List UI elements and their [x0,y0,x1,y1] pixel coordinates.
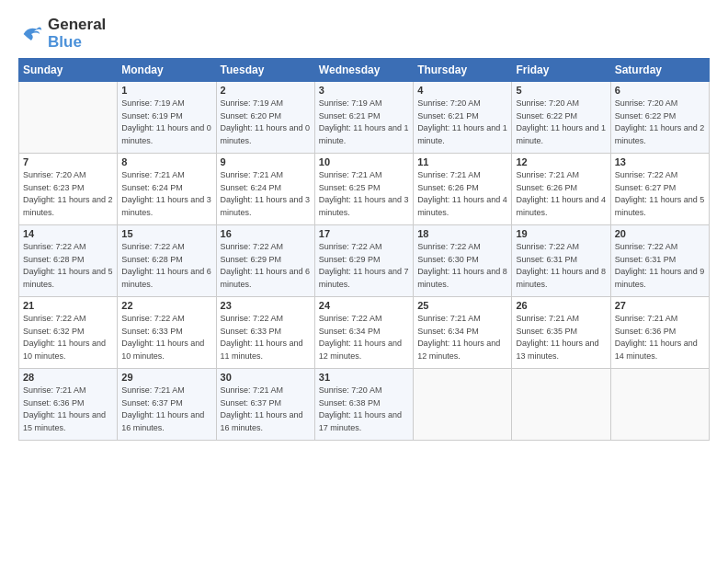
day-info: Sunrise: 7:21 AMSunset: 6:35 PMDaylight:… [516,313,606,362]
day-info: Sunrise: 7:22 AMSunset: 6:31 PMDaylight:… [516,241,606,291]
day-info: Sunrise: 7:21 AMSunset: 6:26 PMDaylight:… [516,169,606,219]
calendar-cell: 23Sunrise: 7:22 AMSunset: 6:33 PMDayligh… [216,297,314,369]
calendar-cell: 19Sunrise: 7:22 AMSunset: 6:31 PMDayligh… [512,225,610,297]
day-number: 4 [417,85,507,96]
calendar-week-row: 28Sunrise: 7:21 AMSunset: 6:36 PMDayligh… [19,369,710,441]
logo: General Blue [18,17,106,51]
calendar-week-row: 7Sunrise: 7:20 AMSunset: 6:23 PMDaylight… [19,154,710,225]
calendar-cell: 10Sunrise: 7:21 AMSunset: 6:25 PMDayligh… [314,154,413,225]
day-number: 17 [319,228,409,239]
day-number: 16 [221,228,311,239]
calendar-table: SundayMondayTuesdayWednesdayThursdayFrid… [18,58,710,441]
header: General Blue [18,17,710,51]
calendar-cell: 17Sunrise: 7:22 AMSunset: 6:29 PMDayligh… [314,225,413,297]
day-number: 22 [121,300,211,311]
calendar-cell: 31Sunrise: 7:20 AMSunset: 6:38 PMDayligh… [314,369,413,441]
calendar-cell: 15Sunrise: 7:22 AMSunset: 6:28 PMDayligh… [118,225,216,297]
day-info: Sunrise: 7:20 AMSunset: 6:38 PMDaylight:… [319,385,409,434]
calendar-cell [610,369,709,441]
day-number: 20 [615,228,705,239]
day-info: Sunrise: 7:22 AMSunset: 6:28 PMDaylight:… [121,241,211,291]
day-info: Sunrise: 7:22 AMSunset: 6:33 PMDaylight:… [121,313,211,362]
header-wednesday: Wednesday [314,59,413,82]
day-number: 9 [221,156,311,167]
day-info: Sunrise: 7:20 AMSunset: 6:22 PMDaylight:… [615,98,705,147]
day-info: Sunrise: 7:21 AMSunset: 6:24 PMDaylight:… [221,169,311,219]
day-info: Sunrise: 7:21 AMSunset: 6:25 PMDaylight:… [319,169,409,219]
day-number: 31 [319,372,409,383]
day-info: Sunrise: 7:19 AMSunset: 6:19 PMDaylight:… [121,98,211,147]
day-number: 30 [221,372,311,383]
calendar-cell: 14Sunrise: 7:22 AMSunset: 6:28 PMDayligh… [19,225,118,297]
day-info: Sunrise: 7:19 AMSunset: 6:20 PMDaylight:… [221,98,311,147]
day-info: Sunrise: 7:21 AMSunset: 6:26 PMDaylight:… [417,169,507,219]
header-saturday: Saturday [610,59,709,82]
day-number: 12 [516,156,606,167]
calendar-cell: 13Sunrise: 7:22 AMSunset: 6:27 PMDayligh… [610,154,709,225]
day-info: Sunrise: 7:20 AMSunset: 6:23 PMDaylight:… [23,169,113,219]
header-friday: Friday [512,59,610,82]
calendar-cell [414,369,512,441]
day-info: Sunrise: 7:22 AMSunset: 6:30 PMDaylight:… [417,241,507,291]
day-number: 14 [23,228,113,239]
calendar-cell [512,369,610,441]
calendar-cell: 5Sunrise: 7:20 AMSunset: 6:22 PMDaylight… [512,82,610,154]
day-number: 23 [221,300,311,311]
day-info: Sunrise: 7:21 AMSunset: 6:24 PMDaylight:… [121,169,211,219]
day-info: Sunrise: 7:22 AMSunset: 6:33 PMDaylight:… [221,313,311,362]
logo-text: General Blue [48,17,106,51]
calendar-cell: 21Sunrise: 7:22 AMSunset: 6:32 PMDayligh… [19,297,118,369]
day-number: 27 [615,300,705,311]
day-info: Sunrise: 7:22 AMSunset: 6:28 PMDaylight:… [23,241,113,291]
day-info: Sunrise: 7:22 AMSunset: 6:31 PMDaylight:… [615,241,705,291]
day-number: 19 [516,228,606,239]
calendar-cell: 26Sunrise: 7:21 AMSunset: 6:35 PMDayligh… [512,297,610,369]
calendar-cell: 4Sunrise: 7:20 AMSunset: 6:21 PMDaylight… [414,82,512,154]
day-info: Sunrise: 7:21 AMSunset: 6:37 PMDaylight:… [121,385,211,434]
calendar-cell: 18Sunrise: 7:22 AMSunset: 6:30 PMDayligh… [414,225,512,297]
day-info: Sunrise: 7:21 AMSunset: 6:36 PMDaylight:… [615,313,705,362]
day-number: 13 [615,156,705,167]
calendar-cell: 12Sunrise: 7:21 AMSunset: 6:26 PMDayligh… [512,154,610,225]
day-number: 25 [417,300,507,311]
day-info: Sunrise: 7:21 AMSunset: 6:36 PMDaylight:… [23,385,113,434]
calendar-cell [19,82,118,154]
day-number: 21 [23,300,113,311]
day-number: 26 [516,300,606,311]
day-number: 3 [319,85,409,96]
day-info: Sunrise: 7:20 AMSunset: 6:22 PMDaylight:… [516,98,606,147]
calendar-cell: 11Sunrise: 7:21 AMSunset: 6:26 PMDayligh… [414,154,512,225]
header-sunday: Sunday [19,59,118,82]
day-number: 11 [417,156,507,167]
day-info: Sunrise: 7:19 AMSunset: 6:21 PMDaylight:… [319,98,409,147]
day-info: Sunrise: 7:22 AMSunset: 6:27 PMDaylight:… [615,169,705,219]
calendar-cell: 8Sunrise: 7:21 AMSunset: 6:24 PMDaylight… [118,154,216,225]
day-number: 2 [221,85,311,96]
day-number: 29 [121,372,211,383]
day-info: Sunrise: 7:20 AMSunset: 6:21 PMDaylight:… [417,98,507,147]
calendar-week-row: 14Sunrise: 7:22 AMSunset: 6:28 PMDayligh… [19,225,710,297]
header-row: SundayMondayTuesdayWednesdayThursdayFrid… [19,59,710,82]
calendar-cell: 20Sunrise: 7:22 AMSunset: 6:31 PMDayligh… [610,225,709,297]
calendar-cell: 30Sunrise: 7:21 AMSunset: 6:37 PMDayligh… [216,369,314,441]
day-info: Sunrise: 7:22 AMSunset: 6:29 PMDaylight:… [319,241,409,291]
day-info: Sunrise: 7:21 AMSunset: 6:37 PMDaylight:… [221,385,311,434]
calendar-cell: 24Sunrise: 7:22 AMSunset: 6:34 PMDayligh… [314,297,413,369]
calendar-cell: 29Sunrise: 7:21 AMSunset: 6:37 PMDayligh… [118,369,216,441]
calendar-week-row: 1Sunrise: 7:19 AMSunset: 6:19 PMDaylight… [19,82,710,154]
calendar-cell: 6Sunrise: 7:20 AMSunset: 6:22 PMDaylight… [610,82,709,154]
day-number: 10 [319,156,409,167]
day-number: 7 [23,156,113,167]
day-number: 28 [23,372,113,383]
header-tuesday: Tuesday [216,59,314,82]
calendar-cell: 27Sunrise: 7:21 AMSunset: 6:36 PMDayligh… [610,297,709,369]
calendar-cell: 9Sunrise: 7:21 AMSunset: 6:24 PMDaylight… [216,154,314,225]
calendar-cell: 2Sunrise: 7:19 AMSunset: 6:20 PMDaylight… [216,82,314,154]
day-info: Sunrise: 7:22 AMSunset: 6:29 PMDaylight:… [221,241,311,291]
day-info: Sunrise: 7:21 AMSunset: 6:34 PMDaylight:… [417,313,507,362]
day-number: 15 [121,228,211,239]
calendar-cell: 16Sunrise: 7:22 AMSunset: 6:29 PMDayligh… [216,225,314,297]
day-number: 6 [615,85,705,96]
calendar-cell: 22Sunrise: 7:22 AMSunset: 6:33 PMDayligh… [118,297,216,369]
calendar-cell: 3Sunrise: 7:19 AMSunset: 6:21 PMDaylight… [314,82,413,154]
